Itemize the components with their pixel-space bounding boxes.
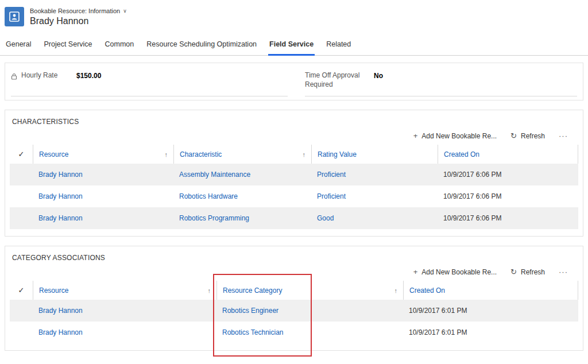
add-new-bookable-resource-button[interactable]: + Add New Bookable Re... <box>413 131 497 140</box>
column-header-created-on[interactable]: Created On <box>438 145 578 164</box>
category-associations-grid: ✓ Resource ↑ Resource Category ↑ Created… <box>10 281 578 343</box>
tab-common[interactable]: Common <box>104 40 136 56</box>
person-card-icon <box>9 11 20 22</box>
add-icon: + <box>413 268 418 276</box>
column-header-resource-category[interactable]: Resource Category ↑ <box>216 281 403 300</box>
refresh-icon: ↻ <box>510 268 517 276</box>
cell-resource-category[interactable]: Robotics Technician <box>216 328 403 336</box>
add-icon: + <box>413 131 418 140</box>
sort-ascending-icon: ↑ <box>391 287 398 294</box>
tab-field-service[interactable]: Field Service <box>268 40 315 56</box>
more-commands-button[interactable]: ··· <box>559 268 568 276</box>
field-service-form-section: Hourly Rate $150.00 Time Off Approval Re… <box>5 63 583 100</box>
cell-resource[interactable]: Brady Hannon <box>33 328 216 336</box>
cell-resource[interactable]: Brady Hannon <box>33 192 173 200</box>
form-selector[interactable]: Bookable Resource: Information ∨ <box>30 7 127 14</box>
form-tab-bar: General Project Service Common Resource … <box>0 40 588 56</box>
table-row: Brady Hannon Assembly Maintenance Profic… <box>10 164 578 185</box>
refresh-icon: ↻ <box>510 131 517 140</box>
cell-characteristic[interactable]: Robotics Programming <box>173 214 311 222</box>
time-off-approval-label: Time Off Approval Required <box>305 71 374 89</box>
record-header: Bookable Resource: Information ∨ Brady H… <box>0 0 588 26</box>
cell-resource[interactable]: Brady Hannon <box>33 214 173 222</box>
lock-icon <box>11 71 21 82</box>
column-header-characteristic[interactable]: Characteristic ↑ <box>173 145 311 164</box>
select-all-checkbox[interactable]: ✓ <box>10 281 33 300</box>
cell-rating-value[interactable]: Proficient <box>311 171 438 179</box>
column-header-resource[interactable]: Resource ↑ <box>33 281 216 300</box>
record-type-label: Bookable Resource: Information <box>30 7 120 14</box>
characteristics-toolbar: + Add New Bookable Re... ↻ Refresh ··· <box>5 126 583 145</box>
add-new-bookable-resource-button[interactable]: + Add New Bookable Re... <box>413 268 497 276</box>
table-row: Brady Hannon Robotics Hardware Proficien… <box>10 185 578 207</box>
category-associations-section: CATEGORY ASSOCIATIONS + Add New Bookable… <box>5 246 583 351</box>
table-row: Brady Hannon Robotics Engineer 10/9/2017… <box>10 300 578 322</box>
cell-characteristic[interactable]: Assembly Maintenance <box>173 171 311 179</box>
hourly-rate-value[interactable]: $150.00 <box>76 71 288 80</box>
hourly-rate-field: Hourly Rate $150.00 <box>11 71 288 96</box>
column-header-resource[interactable]: Resource ↑ <box>33 145 173 164</box>
category-associations-toolbar: + Add New Bookable Re... ↻ Refresh ··· <box>5 262 583 281</box>
chevron-down-icon: ∨ <box>123 8 127 14</box>
cell-created-on: 10/9/2017 6:01 PM <box>403 307 578 315</box>
cell-rating-value[interactable]: Proficient <box>311 192 438 200</box>
cell-resource[interactable]: Brady Hannon <box>33 307 216 315</box>
refresh-button[interactable]: ↻ Refresh <box>510 131 545 140</box>
tab-project-service[interactable]: Project Service <box>42 40 93 56</box>
column-header-created-on[interactable]: Created On <box>403 281 578 300</box>
tab-resource-scheduling-optimization[interactable]: Resource Scheduling Optimization <box>145 40 258 56</box>
characteristics-grid-header: ✓ Resource ↑ Characteristic ↑ Rating Val… <box>10 145 578 164</box>
time-off-approval-value[interactable]: No <box>374 71 577 80</box>
page-title: Brady Hannon <box>30 16 127 26</box>
cell-created-on: 10/9/2017 6:06 PM <box>438 192 578 200</box>
characteristics-grid: ✓ Resource ↑ Characteristic ↑ Rating Val… <box>10 145 578 229</box>
tab-general[interactable]: General <box>5 40 32 56</box>
table-row: Brady Hannon Robotics Technician 10/9/20… <box>10 322 578 343</box>
cell-resource[interactable]: Brady Hannon <box>33 171 173 179</box>
sort-ascending-icon: ↑ <box>204 287 211 294</box>
more-commands-button[interactable]: ··· <box>559 131 568 140</box>
cell-created-on: 10/9/2017 6:01 PM <box>403 328 578 336</box>
category-associations-grid-header: ✓ Resource ↑ Resource Category ↑ Created… <box>10 281 578 300</box>
tab-related[interactable]: Related <box>325 40 352 56</box>
bookable-resource-icon <box>5 7 24 26</box>
characteristics-section: CHARACTERISTICS + Add New Bookable Re...… <box>5 110 583 237</box>
characteristics-title: CHARACTERISTICS <box>5 110 583 126</box>
refresh-button[interactable]: ↻ Refresh <box>510 268 545 276</box>
hourly-rate-label: Hourly Rate <box>21 71 76 80</box>
cell-created-on: 10/9/2017 6:06 PM <box>438 214 578 222</box>
cell-created-on: 10/9/2017 6:06 PM <box>438 171 578 179</box>
time-off-approval-field: Time Off Approval Required No <box>305 71 577 96</box>
cell-resource-category[interactable]: Robotics Engineer <box>216 307 403 315</box>
table-row: Brady Hannon Robotics Programming Good 1… <box>10 207 578 229</box>
sort-ascending-icon: ↑ <box>161 151 168 158</box>
column-header-rating-value[interactable]: Rating Value <box>311 145 438 164</box>
select-all-checkbox[interactable]: ✓ <box>10 145 33 164</box>
cell-characteristic[interactable]: Robotics Hardware <box>173 192 311 200</box>
cell-rating-value[interactable]: Good <box>311 214 438 222</box>
sort-ascending-icon: ↑ <box>299 151 306 158</box>
category-associations-title: CATEGORY ASSOCIATIONS <box>5 246 583 262</box>
